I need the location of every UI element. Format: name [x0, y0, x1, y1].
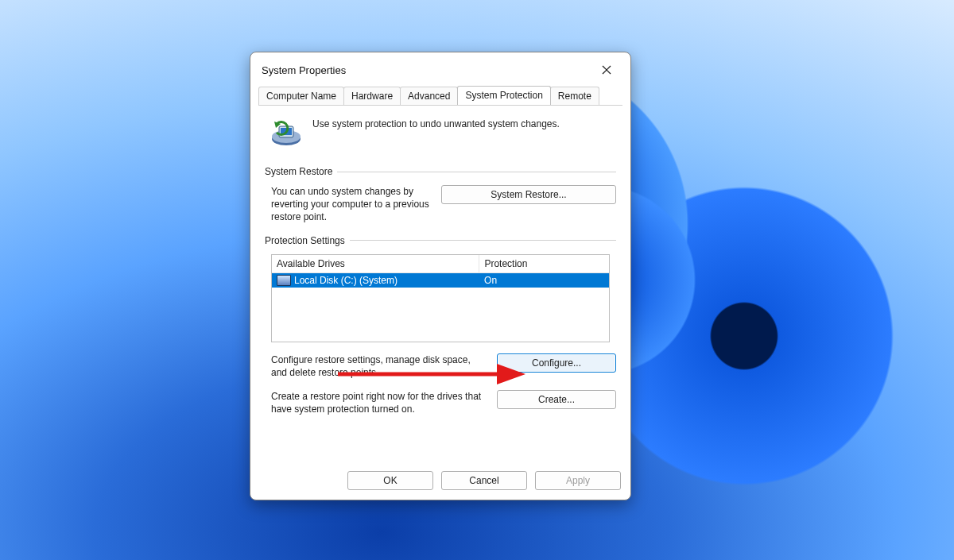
desktop-wallpaper: System Properties Computer Name Hardware… [0, 0, 954, 560]
apply-button[interactable]: Apply [535, 471, 621, 490]
table-row[interactable]: Local Disk (C:) (System) On [272, 273, 609, 288]
tab-panel-system-protection: Use system protection to undo unwanted s… [258, 105, 622, 465]
group-heading-text: Protection Settings [265, 235, 345, 246]
tab-computer-name[interactable]: Computer Name [258, 87, 344, 106]
group-heading-text: System Restore [265, 166, 332, 177]
system-properties-dialog: System Properties Computer Name Hardware… [250, 52, 631, 500]
dialog-title: System Properties [262, 64, 346, 76]
create-row: Create a restore point right now for the… [265, 390, 616, 415]
close-icon [602, 65, 611, 75]
tab-system-protection[interactable]: System Protection [457, 86, 550, 105]
group-heading-system-restore: System Restore [265, 166, 616, 177]
system-protection-icon [270, 115, 303, 149]
tab-advanced[interactable]: Advanced [400, 87, 458, 106]
configure-row: Configure restore settings, manage disk … [265, 353, 616, 379]
system-restore-row: You can undo system changes by reverting… [265, 185, 616, 224]
configure-button[interactable]: Configure... [497, 353, 616, 373]
intro-row: Use system protection to undo unwanted s… [265, 115, 616, 149]
titlebar: System Properties [250, 52, 630, 84]
tab-hardware[interactable]: Hardware [343, 87, 401, 106]
intro-text: Use system protection to undo unwanted s… [312, 115, 560, 129]
drives-table: Available Drives Protection Local Disk (… [271, 254, 610, 342]
tab-remote[interactable]: Remote [550, 87, 599, 106]
column-header-protection[interactable]: Protection [479, 255, 609, 272]
system-restore-button[interactable]: System Restore... [441, 185, 616, 204]
configure-desc: Configure restore settings, manage disk … [265, 353, 487, 379]
table-header: Available Drives Protection [272, 255, 609, 273]
column-header-drive[interactable]: Available Drives [272, 255, 479, 272]
cancel-button[interactable]: Cancel [441, 471, 527, 490]
table-body: Local Disk (C:) (System) On [272, 273, 609, 342]
divider [337, 172, 616, 172]
close-button[interactable] [594, 60, 619, 79]
drive-protection-status: On [479, 273, 609, 288]
system-restore-desc: You can undo system changes by reverting… [265, 185, 432, 224]
create-button[interactable]: Create... [497, 390, 616, 409]
create-desc: Create a restore point right now for the… [265, 390, 487, 415]
group-heading-protection-settings: Protection Settings [265, 235, 616, 246]
dialog-footer: OK Cancel Apply [250, 465, 630, 500]
drive-icon [277, 275, 291, 286]
divider [350, 240, 616, 241]
tabstrip: Computer Name Hardware Advanced System P… [250, 86, 630, 105]
ok-button[interactable]: OK [347, 471, 433, 490]
drive-name: Local Disk (C:) (System) [294, 275, 398, 286]
